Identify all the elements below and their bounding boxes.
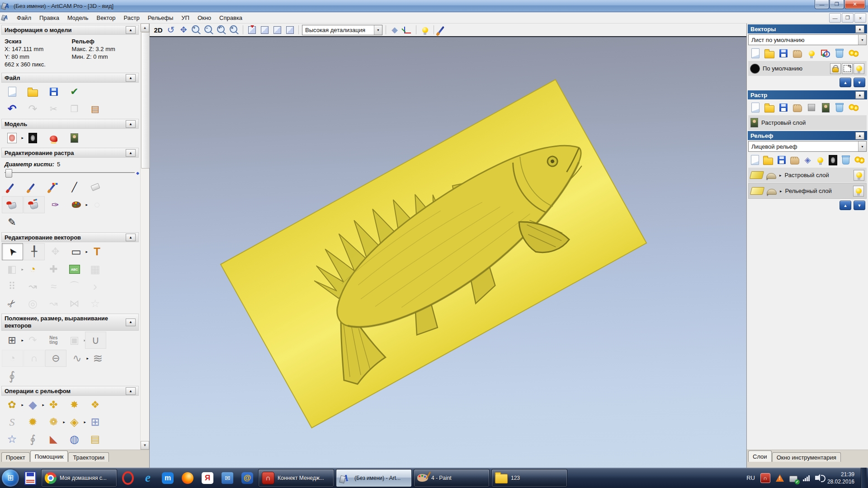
tab-toolbox[interactable]: Окно инструментария <box>772 452 841 462</box>
create-polyline-button[interactable]: ↝ <box>23 278 43 295</box>
tab-assistant[interactable]: Помощник <box>30 450 68 462</box>
trim-overlap-button[interactable]: ∩ <box>24 350 45 367</box>
3d-view-render[interactable] <box>150 37 746 468</box>
window-artcam[interactable]: A(Без имени) - Art... <box>336 469 412 487</box>
relief-texture-button[interactable]: ◍ <box>64 431 85 447</box>
relief-new-button[interactable] <box>750 155 759 165</box>
dropdown-arrow-icon[interactable]: ▼ <box>858 141 866 151</box>
window-titlebar[interactable]: A (Без имени) - ArtCAM Pro - [3D - вид] … <box>0 0 868 12</box>
new-model-button[interactable] <box>2 84 22 100</box>
menu-file[interactable]: Файл <box>13 13 35 23</box>
cut-button[interactable]: ✂ <box>43 101 64 117</box>
create-dots-button[interactable]: ⠿ <box>2 278 22 295</box>
scroll-track[interactable] <box>141 32 149 441</box>
measure-button[interactable]: ◔ <box>23 261 43 277</box>
collapse-button[interactable]: ▲ <box>126 149 136 157</box>
firefox-button[interactable] <box>179 469 197 487</box>
zoom-previous-button[interactable]: ↶ <box>216 24 227 35</box>
trim-vectors-button[interactable]: ✂ <box>2 296 22 312</box>
warning-icon[interactable] <box>776 474 784 482</box>
offset-relief-button[interactable]: ⊞ <box>85 414 105 430</box>
yandex-button[interactable]: Я <box>198 469 217 487</box>
relief-open-button[interactable] <box>763 155 773 165</box>
save-model-button[interactable] <box>43 84 64 100</box>
flood-fill-colours-button[interactable] <box>24 196 45 213</box>
raster-layer-row[interactable]: Растровый слой <box>748 115 867 130</box>
raster-delete-button[interactable] <box>835 103 844 113</box>
clock[interactable]: 21:39 28.02.2016 <box>827 471 854 485</box>
raster-merge-button[interactable] <box>793 103 802 113</box>
load-texture-button[interactable] <box>64 130 85 146</box>
scroll-thumb[interactable] <box>141 32 150 169</box>
slider-thumb[interactable] <box>5 169 12 178</box>
draw-line-button[interactable]: ╱ <box>64 179 85 195</box>
combine-mode-icon[interactable] <box>767 189 777 195</box>
eraser-button[interactable] <box>85 179 105 195</box>
raster-all-visible-button[interactable] <box>849 103 859 113</box>
collapse-button[interactable]: ▲ <box>126 319 136 326</box>
raster-blank-button[interactable] <box>807 103 816 113</box>
mdi-close-button[interactable]: × <box>854 13 866 23</box>
show-desktop-button[interactable] <box>861 468 867 488</box>
text-on-curve-button[interactable]: ↷ <box>23 332 43 348</box>
menu-model[interactable]: Модель <box>63 13 93 23</box>
adjust-model-button[interactable] <box>2 130 22 146</box>
vector-all-visible-button[interactable] <box>849 48 859 58</box>
move-layer-down-button[interactable]: ▼ <box>854 201 865 210</box>
distort-waves-button[interactable]: ≋ <box>88 350 108 366</box>
create-rectangle-button[interactable]: ▭ <box>66 244 86 260</box>
shape-editor-button[interactable]: ◈ <box>64 414 85 430</box>
layer-colour-swatch[interactable] <box>750 64 760 73</box>
menu-edit[interactable]: Правка <box>35 13 63 23</box>
3d-view-canvas[interactable] <box>150 36 746 468</box>
visibility-button[interactable] <box>854 63 864 74</box>
raster-open-button[interactable] <box>764 103 774 113</box>
chevron-tool-button[interactable]: › <box>85 278 105 295</box>
emboss-relief-button[interactable]: ❁ <box>43 414 64 430</box>
nesting-button[interactable]: Nes ting <box>43 332 64 348</box>
collapse-button[interactable]: ▲ <box>126 120 136 128</box>
usb-device-icon[interactable] <box>789 476 797 482</box>
transform-size-button[interactable]: ⊞ <box>2 332 22 348</box>
visibility-button[interactable] <box>853 186 864 197</box>
relief-wedge-button[interactable]: ◣ <box>43 431 64 447</box>
menu-window[interactable]: Окно <box>193 13 215 23</box>
tab-layers[interactable]: Слои <box>748 450 772 462</box>
menu-toolpaths[interactable]: УП <box>177 13 193 23</box>
window-folder-123[interactable]: 123 <box>491 469 567 487</box>
zoom-out-button[interactable]: − <box>203 24 214 35</box>
zoom-in-button[interactable]: + <box>191 24 202 35</box>
paint-selective-button[interactable] <box>43 179 64 195</box>
relief-swirl-button[interactable]: ∮ <box>23 431 43 447</box>
sculpt-relief-button[interactable]: S <box>2 414 22 430</box>
model-options-button[interactable]: ✔ <box>64 84 85 100</box>
snap-button[interactable] <box>842 63 853 74</box>
window-konnekt[interactable]: ∩Коннект Менедж... <box>258 469 334 487</box>
vector-delete-button[interactable] <box>835 48 844 58</box>
open-model-button[interactable] <box>23 84 43 100</box>
detail-dropdown[interactable]: Высокая детализация ▼ <box>302 25 382 35</box>
window-chrome-home[interactable]: Моя домашняя с... <box>41 469 117 487</box>
collapse-button[interactable]: ▲ <box>126 234 136 241</box>
draw-pencil-button[interactable] <box>2 179 22 195</box>
deselect-colour-button[interactable]: ◌ <box>87 197 107 213</box>
create-text-button[interactable]: T <box>87 244 107 260</box>
envelope-distort-button[interactable]: ▦ <box>85 261 105 277</box>
toggle-lights-button[interactable] <box>420 24 430 35</box>
relief-greyscale-button[interactable] <box>829 155 837 165</box>
copy-button[interactable]: ❐ <box>64 101 85 117</box>
dropdown-arrow-icon[interactable]: ▼ <box>858 35 866 45</box>
collapse-button[interactable]: ▲ <box>126 387 136 395</box>
relief-merge-button[interactable] <box>790 155 799 165</box>
raster-new-button[interactable] <box>750 103 760 113</box>
transform-vectors-button[interactable]: ✥ <box>45 244 66 260</box>
expand-arrow-icon[interactable]: ▸ <box>779 173 782 178</box>
dropdown-arrow-icon[interactable]: ▼ <box>374 25 382 35</box>
scroll-down-button[interactable]: ▼ <box>141 441 149 450</box>
light-material-button[interactable] <box>43 130 64 146</box>
mailru-button[interactable]: @ <box>238 469 256 487</box>
mail-envelope-button[interactable]: ✉ <box>218 469 236 487</box>
brush-diameter-slider[interactable]: ◆ <box>5 169 135 177</box>
relief-star-button[interactable]: ☆ <box>2 431 22 447</box>
paint-brush-button[interactable] <box>23 179 43 195</box>
